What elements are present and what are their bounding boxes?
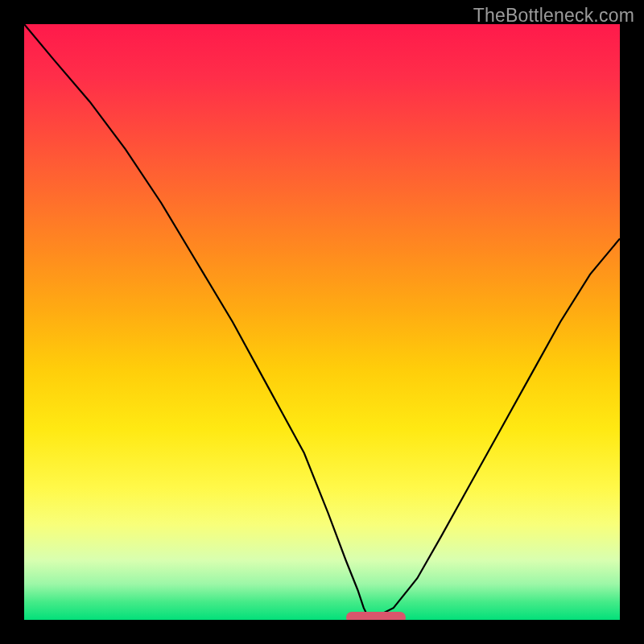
bottleneck-curve-left (24, 24, 369, 620)
watermark-text: TheBottleneck.com (473, 5, 634, 27)
chart-frame: TheBottleneck.com (0, 0, 644, 644)
bottleneck-curve-right (369, 238, 620, 620)
plot-area (24, 24, 620, 620)
valley-marker (346, 612, 406, 620)
curve-layer (24, 24, 620, 620)
